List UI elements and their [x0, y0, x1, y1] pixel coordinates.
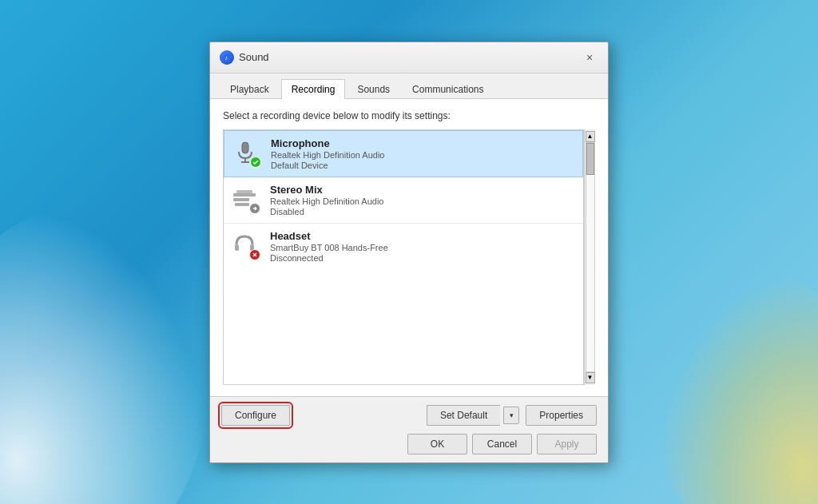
sound-app-icon: ♪ — [220, 50, 234, 65]
device-status-microphone: Default Device — [271, 161, 384, 170]
dialog-content: Select a recording device below to modif… — [210, 99, 608, 396]
bg-decoration-right — [658, 272, 818, 504]
tab-bar: Playback Recording Sounds Communications — [210, 73, 608, 99]
status-badge-gray-stereo — [249, 203, 260, 214]
title-bar-left: ♪ Sound — [220, 50, 269, 65]
close-button[interactable]: × — [581, 49, 598, 66]
microphone-info: Microphone Realtek High Definition Audio… — [271, 137, 384, 170]
scrollbar[interactable]: ▲ ▼ — [584, 129, 595, 385]
scrollbar-thumb[interactable] — [586, 143, 594, 175]
bottom-area: Configure Set Default ▾ Properties OK Ca… — [210, 396, 608, 462]
tab-playback[interactable]: Playback — [220, 79, 280, 99]
set-default-button[interactable]: Set Default — [427, 405, 500, 426]
instruction-text: Select a recording device below to modif… — [223, 110, 595, 121]
device-status-stereo-mix: Disabled — [270, 207, 383, 216]
dialog-title: Sound — [239, 51, 269, 63]
set-default-dropdown-button[interactable]: ▾ — [503, 407, 519, 424]
microphone-icon-wrap — [232, 139, 261, 168]
svg-rect-5 — [233, 193, 256, 196]
tab-recording[interactable]: Recording — [281, 79, 346, 99]
stereo-mix-icon-wrap — [232, 185, 260, 214]
cancel-button[interactable]: Cancel — [472, 434, 532, 454]
svg-rect-2 — [242, 142, 248, 153]
stereo-mix-info: Stereo Mix Realtek High Definition Audio… — [270, 184, 383, 216]
device-item-headset[interactable]: Headset SmartBuy BT 008 Hands-Free Disco… — [224, 224, 583, 269]
device-sub-microphone: Realtek High Definition Audio — [271, 150, 384, 160]
svg-rect-10 — [235, 244, 239, 251]
scroll-down-btn[interactable]: ▼ — [586, 372, 595, 383]
button-row-ok-cancel: OK Cancel Apply — [221, 434, 597, 454]
scrollbar-track[interactable] — [586, 142, 595, 372]
configure-button[interactable]: Configure — [221, 405, 290, 426]
device-name-stereo-mix: Stereo Mix — [270, 184, 383, 196]
device-item-microphone[interactable]: Microphone Realtek High Definition Audio… — [224, 130, 583, 177]
device-list-scroll: Microphone Realtek High Definition Audio… — [223, 129, 595, 385]
status-badge-red-headset — [249, 249, 260, 260]
svg-rect-7 — [236, 190, 252, 193]
title-bar: ♪ Sound × — [210, 42, 608, 73]
tab-communications[interactable]: Communications — [402, 79, 494, 99]
scroll-up-btn[interactable]: ▲ — [586, 131, 595, 142]
svg-rect-6 — [233, 198, 249, 201]
device-name-microphone: Microphone — [271, 137, 384, 149]
device-name-headset: Headset — [270, 230, 388, 242]
device-sub-stereo-mix: Realtek High Definition Audio — [270, 196, 383, 206]
device-status-headset: Disconnected — [270, 253, 388, 263]
button-row-configure: Configure Set Default ▾ Properties — [221, 405, 597, 426]
headset-info: Headset SmartBuy BT 008 Hands-Free Disco… — [270, 230, 388, 263]
ok-button[interactable]: OK — [407, 434, 467, 454]
apply-button[interactable]: Apply — [537, 434, 597, 454]
bg-decoration-left — [0, 208, 208, 504]
status-badge-green — [250, 157, 261, 168]
sound-dialog: ♪ Sound × Playback Recording Sounds Comm… — [209, 42, 609, 463]
headset-icon-wrap — [232, 232, 260, 260]
device-sub-headset: SmartBuy BT 008 Hands-Free — [270, 243, 388, 252]
properties-button[interactable]: Properties — [526, 405, 597, 426]
svg-text:♪: ♪ — [224, 54, 228, 62]
svg-rect-8 — [235, 203, 249, 206]
tab-sounds[interactable]: Sounds — [347, 79, 400, 99]
device-list: Microphone Realtek High Definition Audio… — [223, 129, 584, 385]
device-item-stereo-mix[interactable]: Stereo Mix Realtek High Definition Audio… — [224, 177, 583, 224]
